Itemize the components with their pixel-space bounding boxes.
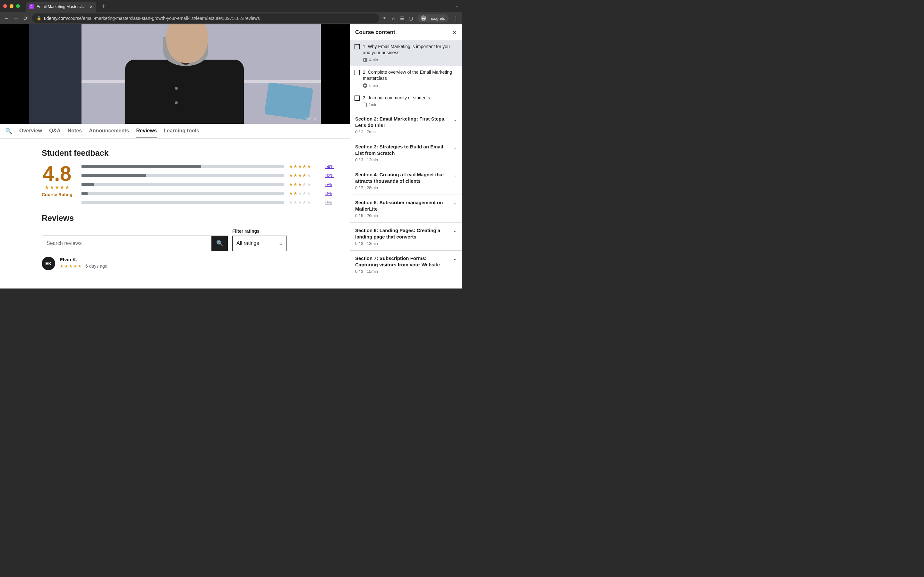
tab-reviews[interactable]: Reviews — [136, 124, 157, 138]
search-icon[interactable]: 🔍 — [5, 127, 12, 135]
review-search: 🔍 — [42, 235, 228, 251]
rating-bar-pct[interactable]: 0% — [325, 200, 337, 205]
rating-bar-row[interactable]: ★★★★★6% — [81, 181, 337, 187]
window-minimize-icon[interactable] — [10, 4, 13, 8]
browser-titlebar: û Email Marketing Masterclass: ✕ + ⌄ — [0, 0, 462, 12]
section-item[interactable]: Section 5: Subscriber management on Mail… — [350, 195, 462, 222]
tab-learning-tools[interactable]: Learning tools — [164, 124, 199, 138]
checkbox-icon[interactable] — [355, 44, 360, 49]
rating-bar-fill — [81, 183, 94, 186]
reviews-panel: Student feedback 4.8 ★★★★★ Course Rating… — [0, 139, 350, 270]
lesson-duration: 6min — [369, 83, 378, 88]
browser-menu-icon[interactable]: ⋮ — [453, 15, 459, 22]
reload-button[interactable]: ⟳ — [23, 15, 29, 22]
lesson-item[interactable]: 1. Why Email Marketing is important for … — [350, 40, 462, 66]
lesson-list: 1. Why Email Marketing is important for … — [350, 40, 462, 111]
overall-rating: 4.8 ★★★★★ Course Rating — [42, 163, 73, 197]
tab-overview[interactable]: Overview — [19, 124, 42, 138]
rating-bar-fill — [81, 174, 146, 177]
section-item[interactable]: Section 6: Landing Pages: Creating a lan… — [350, 222, 462, 250]
lesson-item[interactable]: 3. Join our community of students1min — [350, 92, 462, 111]
rating-bar-row[interactable]: ★★★★★32% — [81, 172, 337, 178]
section-meta: 0 / 7 | 28min — [355, 185, 450, 190]
side-panel-icon[interactable]: ▢ — [409, 16, 413, 21]
review-meta: ★★★★★6 days ago — [60, 263, 107, 269]
section-text: Section 7: Subscription Forms: Capturing… — [355, 255, 450, 274]
chevron-down-icon: ⌄ — [278, 240, 283, 247]
chevron-down-icon: ⌄ — [453, 117, 457, 122]
tab-favicon-icon: û — [29, 4, 34, 9]
rating-bar-track — [81, 192, 284, 195]
reviews-filter-row: 🔍 Filter ratings All ratings ⌄ — [42, 229, 337, 251]
browser-tab[interactable]: û Email Marketing Masterclass: ✕ — [26, 2, 96, 12]
lesson-meta: ▶6min — [355, 83, 457, 88]
chevron-down-icon: ⌄ — [453, 145, 457, 150]
rating-bar-fill — [81, 192, 87, 195]
lesson-meta: 1min — [355, 103, 457, 107]
rating-bar-stars-icon: ★★★★★ — [289, 172, 321, 178]
close-icon[interactable]: ✕ — [452, 29, 457, 36]
forward-button[interactable]: → — [13, 15, 19, 21]
lesson-item[interactable]: 2. Complete overview of the Email Market… — [350, 66, 462, 92]
video-player[interactable]: ûdemy — [0, 24, 350, 124]
section-title: Section 5: Subscriber management on Mail… — [355, 199, 450, 212]
review-list: EKElvin K.★★★★★6 days ago — [42, 257, 337, 270]
tab-announcements[interactable]: Announcements — [89, 124, 129, 138]
rating-bar-row[interactable]: ★★★★★3% — [81, 190, 337, 196]
filter-ratings-select[interactable]: All ratings ⌄ — [232, 235, 287, 251]
incognito-indicator[interactable]: 🕶 Incognito — [417, 14, 449, 23]
rating-label: Course Rating — [42, 192, 73, 197]
review-search-button[interactable]: 🔍 — [212, 235, 228, 251]
lesson-title: 1. Why Email Marketing is important for … — [363, 44, 457, 56]
reviewer-name: Elvin K. — [60, 257, 107, 262]
lesson-duration: 1min — [368, 103, 377, 107]
back-button[interactable]: ← — [3, 15, 10, 21]
student-feedback-heading: Student feedback — [42, 148, 337, 158]
tab-notes[interactable]: Notes — [68, 124, 82, 138]
window-maximize-icon[interactable] — [16, 4, 20, 8]
section-item[interactable]: Section 4: Creating a Lead Magnet that a… — [350, 167, 462, 195]
tab-close-icon[interactable]: ✕ — [89, 5, 93, 9]
rating-bar-pct[interactable]: 6% — [325, 182, 337, 187]
filter-ratings-value: All ratings — [236, 240, 259, 246]
url-text: udemy.com/course/email-marketing-masterc… — [44, 16, 260, 21]
rating-bar-row[interactable]: ★★★★★0% — [81, 199, 337, 205]
browser-toolbar: ← → ⟳ 🔒 udemy.com/course/email-marketing… — [0, 12, 462, 24]
rating-distribution: ★★★★★59%★★★★★32%★★★★★6%★★★★★3%★★★★★0% — [81, 163, 337, 205]
rating-bar-pct[interactable]: 59% — [325, 164, 337, 169]
section-item[interactable]: Section 2: Email Marketing: First Steps.… — [350, 111, 462, 139]
checkbox-icon[interactable] — [355, 95, 360, 101]
reading-list-icon[interactable]: ☰ — [400, 16, 404, 21]
new-tab-button[interactable]: + — [99, 3, 108, 10]
rating-bar-fill — [81, 165, 201, 168]
review-search-input[interactable] — [42, 235, 212, 251]
rating-summary: 4.8 ★★★★★ Course Rating ★★★★★59%★★★★★32%… — [42, 163, 337, 205]
document-icon — [363, 103, 367, 107]
eye-off-icon[interactable]: 👁︎ — [383, 16, 387, 21]
rating-value: 4.8 — [42, 163, 73, 184]
review-item: EKElvin K.★★★★★6 days ago — [42, 257, 337, 270]
section-item[interactable]: Section 7: Subscription Forms: Capturing… — [350, 250, 462, 278]
incognito-icon: 🕶 — [421, 15, 426, 21]
rating-bar-stars-icon: ★★★★★ — [289, 163, 321, 169]
filter-label: Filter ratings — [232, 229, 287, 234]
rating-bar-pct[interactable]: 3% — [325, 191, 337, 196]
section-item[interactable]: Section 3: Strategies to Build an Email … — [350, 139, 462, 167]
lock-icon: 🔒 — [37, 16, 41, 21]
rating-bar-row[interactable]: ★★★★★59% — [81, 163, 337, 169]
address-bar[interactable]: 🔒 udemy.com/course/email-marketing-maste… — [32, 13, 379, 23]
rating-bar-track — [81, 165, 284, 168]
sidebar-header: Course content ✕ — [350, 24, 462, 40]
checkbox-icon[interactable] — [355, 70, 360, 75]
section-title: Section 4: Creating a Lead Magnet that a… — [355, 171, 450, 184]
rating-bar-pct[interactable]: 32% — [325, 173, 337, 178]
lesson-title: 3. Join our community of students — [363, 95, 430, 101]
window-close-icon[interactable] — [3, 4, 7, 8]
chevron-down-icon: ⌄ — [453, 256, 457, 261]
bookmark-star-icon[interactable]: ☆ — [391, 16, 396, 21]
section-meta: 0 / 3 | 12min — [355, 157, 450, 162]
section-title: Section 7: Subscription Forms: Capturing… — [355, 255, 450, 268]
tabs-overflow-icon[interactable]: ⌄ — [456, 4, 459, 8]
tab-qa[interactable]: Q&A — [49, 124, 61, 138]
reviews-heading: Reviews — [42, 213, 337, 223]
